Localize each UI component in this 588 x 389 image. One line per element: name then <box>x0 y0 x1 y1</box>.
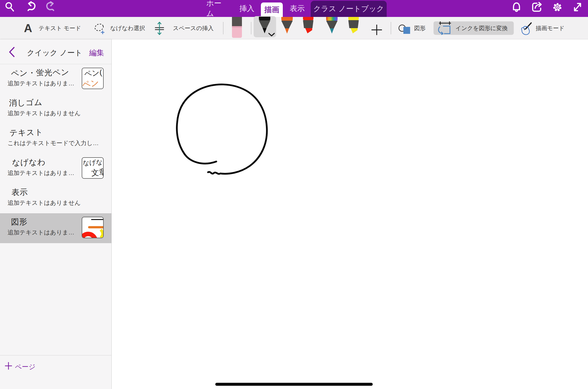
chevron-down-icon <box>268 33 275 37</box>
thumb-ink-text: ペン <box>82 77 100 89</box>
thumb-shapes-drawing <box>82 217 103 238</box>
toolbar-separator <box>391 22 391 34</box>
page-subtitle: これはテキストモードで入力し… <box>7 139 99 147</box>
text-mode-icon: A <box>24 17 32 39</box>
lasso-select-button[interactable]: なげなわ選択 <box>110 17 145 39</box>
shapes-icon <box>398 24 411 35</box>
ink-to-shape-icon <box>437 21 453 35</box>
page-thumbnail <box>82 217 104 238</box>
thumb-ink-text: ペン( <box>84 68 102 79</box>
page-title-ink: 図形 <box>11 216 28 227</box>
page-subtitle: 追加テキストはありま… <box>7 79 74 87</box>
page-subtitle: 追加テキストはありません <box>7 199 81 207</box>
tab-insert[interactable]: 挿入 <box>239 0 255 17</box>
notifications-bell-icon[interactable] <box>511 1 522 13</box>
page-item[interactable]: 消しゴム 追加テキストはありません <box>0 94 112 124</box>
title-bar: ホーム 挿入 描画 表示 クラス ノートブック <box>0 0 588 17</box>
draw-mode-button[interactable]: 描画モード <box>536 17 565 39</box>
add-page-row[interactable]: ページ <box>0 355 112 389</box>
add-pen-icon[interactable] <box>371 24 382 36</box>
add-page-label: ページ <box>15 362 35 371</box>
page-title-ink: ペン・蛍光ペン <box>11 67 70 79</box>
onenote-app: ホーム 挿入 描画 表示 クラス ノートブック A テキスト モード <box>0 0 588 389</box>
page-thumbnail: なげな 文章 <box>82 157 104 179</box>
drawing-canvas[interactable] <box>112 39 588 389</box>
section-title: クイック ノート <box>27 48 82 58</box>
thumb-ink-text: 文章 <box>91 167 104 178</box>
insert-space-icon <box>154 21 165 35</box>
text-mode-button[interactable]: テキスト モード <box>39 17 81 39</box>
page-thumbnail: ペン( ペン <box>82 68 104 89</box>
sidebar-header: クイック ノート 編集 <box>0 39 111 64</box>
page-list-sidebar: クイック ノート 編集 ペン・蛍光ペン 追加テキストはありま… ペン( ペン 消… <box>0 39 112 389</box>
pen-tool-orange[interactable] <box>281 17 294 34</box>
home-indicator[interactable] <box>215 383 373 386</box>
page-title-ink: 消しゴム <box>9 97 43 109</box>
settings-gear-icon[interactable] <box>552 1 563 13</box>
fullscreen-expand-icon[interactable] <box>572 1 583 13</box>
page-subtitle: 追加テキストはありま… <box>7 228 74 236</box>
pen-tool-galaxy[interactable] <box>325 17 338 34</box>
black-pen-icon <box>258 17 271 34</box>
share-icon[interactable] <box>531 1 542 13</box>
page-item[interactable]: 表示 追加テキストはありません <box>0 184 112 214</box>
plus-icon <box>5 362 12 370</box>
page-item[interactable]: テキスト これはテキストモードで入力し… <box>0 124 112 154</box>
ink-stroke-circle <box>112 39 588 389</box>
page-title-ink: 表示 <box>11 187 28 198</box>
back-chevron-icon[interactable] <box>8 47 15 57</box>
page-subtitle: 追加テキストはありません <box>7 109 81 117</box>
draw-toolbar: A テキスト モード なげなわ選択 スペースの挿入 <box>0 17 588 39</box>
ink-to-shape-label: インクを図形に変換 <box>455 21 508 35</box>
toolbar-separator <box>223 22 223 34</box>
pen-tool-black-selected[interactable] <box>254 16 276 37</box>
page-item[interactable]: なげなわ 追加テキストはありま… なげな 文章 <box>0 154 112 184</box>
draw-mode-icon <box>520 22 533 36</box>
tab-draw[interactable]: 描画 <box>261 2 283 17</box>
tab-home[interactable]: ホーム <box>206 0 229 17</box>
highlighter-tool-yellow[interactable] <box>348 17 360 34</box>
page-title-ink: テキスト <box>9 127 43 139</box>
page-subtitle: 追加テキストはありま… <box>7 169 74 177</box>
toolbar-separator <box>251 22 251 34</box>
thumb-ink-text: なげな <box>82 158 103 167</box>
eraser-tool[interactable] <box>232 17 242 38</box>
highlighter-tool-red[interactable] <box>302 17 314 34</box>
page-title-ink: なげなわ <box>12 157 46 168</box>
edit-button[interactable]: 編集 <box>89 48 104 58</box>
page-item-selected[interactable]: 図形 追加テキストはありま… <box>0 213 112 243</box>
ink-to-shape-button[interactable]: インクを図形に変換 <box>434 21 514 35</box>
shapes-button[interactable]: 図形 <box>414 17 426 39</box>
lasso-select-icon <box>93 22 106 35</box>
tab-view[interactable]: 表示 <box>289 0 305 17</box>
tab-class-notebook[interactable]: クラス ノートブック <box>311 1 387 17</box>
insert-space-button[interactable]: スペースの挿入 <box>173 17 214 39</box>
ribbon-tabs: ホーム 挿入 描画 表示 クラス ノートブック <box>0 0 588 17</box>
page-item[interactable]: ペン・蛍光ペン 追加テキストはありま… ペン( ペン <box>0 64 112 94</box>
